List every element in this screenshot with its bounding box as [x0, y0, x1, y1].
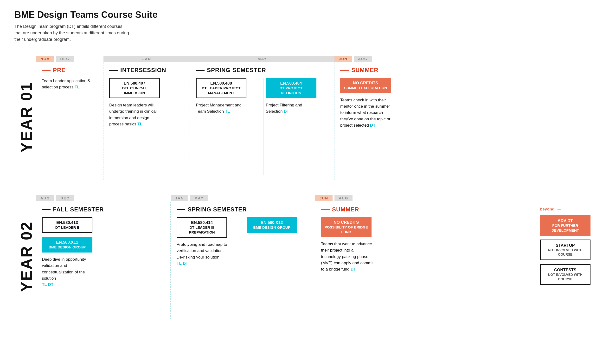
- course-en580414: EN.580.414 DT LEADER III PREPARATION: [177, 217, 227, 238]
- page-subtitle: The Design Team program (DT) entails dif…: [14, 23, 130, 43]
- month-dec2: DEC: [56, 195, 74, 201]
- month-jan: JAN: [103, 56, 190, 62]
- year2-summer-months: JUN AUG: [315, 194, 534, 202]
- year2-fall-label: FALL SEMESTER: [42, 206, 165, 213]
- year1-summer-label: SUMMER: [340, 67, 596, 74]
- spring-label-text: SPRING SEMESTER: [207, 67, 266, 74]
- year1-label: YEAR 01: [14, 55, 36, 180]
- month-aug: AUG: [354, 56, 372, 62]
- summer2-label-text: SUMMER: [332, 206, 359, 213]
- spring2-label-text: SPRING SEMESTER: [188, 206, 247, 213]
- spring-left-desc: Project Management and Team Selection TL: [196, 102, 249, 115]
- year1-pre-months: NOV DEC: [36, 55, 103, 63]
- inter-tl-badge: TL: [137, 122, 142, 126]
- year2-sections: FALL SEMESTER EN.580.413 DT LEADER II EN…: [36, 202, 602, 319]
- year1-summer-months: JUN AUG: [335, 55, 602, 63]
- fall-dt: DT: [48, 282, 54, 287]
- summer-y1-desc: Teams check in with their mentor once in…: [340, 97, 393, 129]
- summer-label-text: SUMMER: [351, 67, 378, 74]
- year2-spring-col: SPRING SEMESTER EN.580.414 DT LEADER III…: [171, 202, 315, 319]
- year2-month-bar: AUG DEC JAN MAY JUN AUG: [36, 194, 602, 202]
- year1-inter-months: JAN: [103, 55, 190, 63]
- year1-spring-col: SPRING SEMESTER EN.580.408 DT LEADER PRO…: [190, 63, 335, 180]
- year1-intersession-col: INTERSESSION EN.580.407 DTL CLINICAL IMM…: [103, 63, 190, 180]
- month-may2: MAY: [190, 195, 208, 201]
- year1-summer-col: SUMMER NO CREDITS SUMMER EXPLORATION Tea…: [335, 63, 602, 180]
- fall-desc: Deep dive in opportunity validation and …: [42, 256, 95, 288]
- inter-label-text: INTERSESSION: [120, 67, 166, 74]
- year1-block: YEAR 01 NOV DEC JAN MAY JUN AUG: [14, 55, 602, 180]
- month-aug2: AUG: [36, 195, 54, 201]
- spring-right-desc: Project Filtering and Selection DT: [266, 102, 319, 115]
- spring2-left-desc: Prototyping and roadmap to verification …: [177, 241, 230, 267]
- year2-spring-label: SPRING SEMESTER: [177, 206, 309, 213]
- spring2-tl: TL: [177, 261, 182, 266]
- year2-fall-months: AUG DEC: [36, 194, 171, 202]
- startup-box: STARTUP NOT INVOLVED WITH COURSE: [540, 240, 590, 260]
- summer-y2-dt: DT: [350, 267, 356, 272]
- year1-no-credits-box: NO CREDITS SUMMER EXPLORATION: [340, 78, 391, 93]
- fall-label-text: FALL SEMESTER: [53, 206, 104, 213]
- spring2-right: EN.580.X12 BME DESIGN GROUP: [247, 217, 309, 315]
- year1-pre-label: PRE: [42, 67, 97, 74]
- page-title: BME Design Teams Course Suite: [14, 10, 602, 20]
- month-jun2: JUN: [315, 195, 333, 201]
- spring2-sep: [244, 217, 244, 315]
- month-jan2: JAN: [171, 195, 188, 201]
- fall-tl: TL: [42, 282, 47, 287]
- pre-label-text: PRE: [53, 67, 65, 74]
- year2-content: AUG DEC JAN MAY JUN AUG: [36, 194, 602, 319]
- course-en580x12: EN.580.X12 BME DESIGN GROUP: [247, 217, 297, 233]
- year2-fall-col: FALL SEMESTER EN.580.413 DT LEADER II EN…: [36, 202, 171, 319]
- month-nov: NOV: [36, 56, 54, 62]
- summer-y1-dt: DT: [370, 123, 376, 128]
- timeline-wrapper: YEAR 01 NOV DEC JAN MAY JUN AUG: [14, 55, 602, 319]
- year1-sections: PRE Team Leader application & selection …: [36, 63, 602, 180]
- year1-pre-col: PRE Team Leader application & selection …: [36, 63, 103, 180]
- summer2-label-line: [321, 209, 330, 210]
- spring-right: EN.580.404 DT PROJECT DEFINITION Project…: [266, 78, 328, 175]
- month-jun: JUN: [335, 56, 352, 62]
- inter-label-line: [109, 70, 118, 71]
- course-en580413: EN.580.413 DT LEADER II: [42, 217, 92, 233]
- pre-label-line: [42, 70, 51, 71]
- course-en580407: EN.580.407 DTL CLINICAL IMMERSION: [109, 78, 160, 98]
- course-en580408: EN.580.408 DT LEADER PROJECT MANAGEMENT: [196, 78, 246, 98]
- contests-box: CONTESTS NOT INVOLVED WITH COURSE: [540, 264, 590, 285]
- year2-beyond-months: [534, 194, 602, 202]
- course-en580x11: EN.580.X11 BME DESIGN GROUP: [42, 237, 92, 253]
- year2-block: YEAR 02 AUG DEC JAN MAY JUN AUG: [14, 194, 602, 319]
- pre-tl-badge: TL: [75, 85, 80, 89]
- year2-no-credits-box: NO CREDITS POSSIBILITY OF BRIDGE FUND: [321, 217, 372, 237]
- summer-y2-desc: Teams that want to advance their project…: [321, 241, 374, 273]
- pre-description: Team Leader application & selection proc…: [42, 78, 95, 91]
- year2-label: YEAR 02: [14, 194, 36, 319]
- year2-summer-label: SUMMER: [321, 206, 528, 213]
- month-may: MAY: [190, 56, 335, 62]
- year1-spring-label: SPRING SEMESTER: [196, 67, 328, 74]
- year1-spring-months: MAY: [190, 55, 335, 63]
- spring2-inner: EN.580.414 DT LEADER III PREPARATION Pro…: [177, 217, 309, 315]
- spring2-label-line: [177, 209, 185, 210]
- course-en580404: EN.580.404 DT PROJECT DEFINITION: [266, 78, 316, 98]
- spring2-left: EN.580.414 DT LEADER III PREPARATION Pro…: [177, 217, 242, 315]
- spring-sep: [263, 78, 264, 175]
- spring-right-dt: DT: [284, 109, 289, 114]
- inter-description: Design team leaders will undergo trainin…: [109, 102, 162, 127]
- year2-beyond-col: beyond ADV DT FOR FURTHER DEVELOPMENT ST…: [534, 202, 602, 319]
- month-aug3: AUG: [335, 195, 352, 201]
- adv-dt-box: ADV DT FOR FURTHER DEVELOPMENT: [540, 215, 590, 236]
- spring2-dt: DT: [183, 261, 188, 266]
- year1-inter-label: INTERSESSION: [109, 67, 184, 74]
- year1-month-bar: NOV DEC JAN MAY JUN AUG: [36, 55, 602, 63]
- month-dec: DEC: [56, 56, 74, 62]
- year2-spring-months: JAN MAY: [171, 194, 315, 202]
- spring-left: EN.580.408 DT LEADER PROJECT MANAGEMENT …: [196, 78, 261, 175]
- spring-label-line: [196, 70, 205, 71]
- year2-summer-col: SUMMER NO CREDITS POSSIBILITY OF BRIDGE …: [315, 202, 534, 319]
- summer-label-line: [340, 70, 349, 71]
- spring-left-tl: TL: [225, 109, 230, 114]
- year1-content: NOV DEC JAN MAY JUN AUG: [36, 55, 602, 180]
- fall-label-line: [42, 209, 51, 210]
- spring-inner: EN.580.408 DT LEADER PROJECT MANAGEMENT …: [196, 78, 328, 175]
